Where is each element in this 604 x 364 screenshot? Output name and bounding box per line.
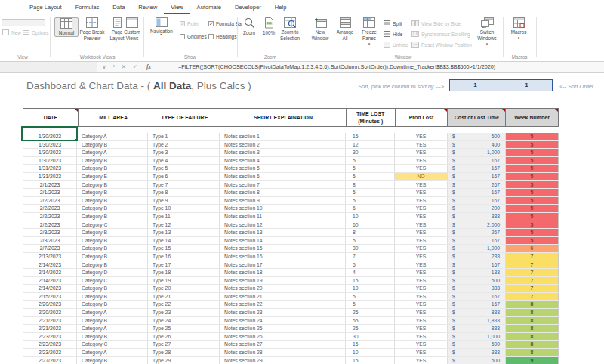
synchronous-scrolling-button[interactable]: Synchronous Scrolling: [411, 31, 470, 37]
header-time-lost[interactable]: TIME LOST(Minutes ): [346, 109, 395, 126]
cell-short-explaination[interactable]: Notes section 22: [220, 301, 346, 308]
split-button[interactable]: Split: [384, 20, 402, 26]
cell-short-explaination[interactable]: Notes section 19: [220, 277, 346, 285]
cell-date[interactable]: 2/21/2023: [23, 317, 77, 325]
cell-type-of-failure[interactable]: Type 12: [148, 221, 220, 229]
cell-mill-area[interactable]: Category B: [77, 245, 148, 252]
cell-short-explaination[interactable]: Notes section 13: [220, 229, 346, 236]
table-row[interactable]: 2/14/2023Category CType 19Notes section …: [23, 277, 559, 285]
table-row[interactable]: 2/21/2023Category BType 24Notes section …: [23, 317, 559, 325]
cell-short-explaination[interactable]: Notes section 28: [220, 349, 346, 356]
table-row[interactable]: 2/14/2023Category BType 17Notes section …: [23, 261, 559, 270]
cell-date[interactable]: 1/30/2023: [23, 141, 77, 149]
table-row[interactable]: 2/23/2023Category AType 28Notes section …: [23, 349, 559, 357]
cell-time-lost[interactable]: 8: [346, 181, 395, 189]
cell-prod-lost[interactable]: YES: [395, 253, 448, 261]
table-row[interactable]: 2/7/2023Category BType 15Notes section 1…: [23, 245, 559, 253]
cell-week-number[interactable]: 8: [506, 301, 559, 308]
cell-type-of-failure[interactable]: Type 27: [148, 341, 220, 348]
cell-week-number[interactable]: 7: [506, 261, 559, 269]
freeze-panes-button[interactable]: Freeze Panes ▾: [358, 17, 381, 45]
cell-week-number[interactable]: 5: [506, 149, 559, 156]
table-row[interactable]: 1/30/2023Category AType 3Notes section 3…: [23, 149, 559, 157]
cell-short-explaination[interactable]: Notes section 18: [220, 269, 346, 276]
cell-mill-area[interactable]: Category C: [77, 277, 148, 285]
cell-date[interactable]: 2/23/2023: [23, 333, 77, 341]
cell-type-of-failure[interactable]: Type 29: [148, 357, 220, 364]
cell-type-of-failure[interactable]: Type 2: [148, 141, 220, 149]
cell-prod-lost[interactable]: YES: [395, 261, 448, 269]
cell-prod-lost[interactable]: YES: [395, 245, 448, 252]
table-row[interactable]: 1/30/2023Category BType 4Notes section 4…: [23, 157, 559, 165]
cell-mill-area[interactable]: Category A: [77, 309, 148, 316]
cell-week-number[interactable]: 7: [506, 277, 559, 285]
cell-week-number[interactable]: 7: [506, 253, 559, 261]
cell-short-explaination[interactable]: Notes section 29: [220, 357, 346, 364]
cell-date[interactable]: 2/14/2023: [23, 277, 77, 285]
cell-date[interactable]: 2/7/2023: [23, 245, 77, 252]
cell-date[interactable]: 1/30/2023: [23, 133, 77, 140]
cell-week-number[interactable]: 9: [506, 357, 559, 364]
view-side-by-side-button[interactable]: View Side by Side: [411, 20, 461, 26]
cell-time-lost[interactable]: 5: [346, 301, 395, 308]
cell-date[interactable]: 2/3/2023: [23, 229, 77, 236]
cell-date[interactable]: 2/3/2023: [23, 237, 77, 245]
cell-short-explaination[interactable]: Notes section 12: [220, 221, 346, 229]
cell-time-lost[interactable]: 10: [346, 349, 395, 356]
cell-type-of-failure[interactable]: Type 14: [148, 237, 220, 245]
cell-week-number[interactable]: 5: [506, 237, 559, 245]
header-type-of-failure[interactable]: TYPE OF FAILURE: [149, 109, 220, 126]
cell-prod-lost[interactable]: NO: [395, 173, 448, 180]
table-row[interactable]: 2/23/2023Category CType 27Notes section …: [23, 341, 559, 349]
cell-cost[interactable]: $500: [448, 357, 506, 364]
table-row[interactable]: 2/2/2023Category BType 11Notes section 1…: [23, 213, 559, 221]
cell-mill-area[interactable]: Category B: [77, 157, 148, 165]
cell-mill-area[interactable]: Category B: [77, 293, 148, 301]
header-date[interactable]: DATE: [23, 109, 78, 126]
gridlines-checkbox[interactable]: Gridlines: [180, 34, 207, 39]
cell-date[interactable]: 2/1/2023: [23, 181, 77, 189]
table-row[interactable]: 2/1/2023Category BType 8Notes section 85…: [23, 189, 559, 197]
cell-time-lost[interactable]: 5: [346, 261, 395, 269]
zoom-100-button[interactable]: 100 100%: [260, 17, 278, 36]
cell-cost[interactable]: $167: [448, 237, 506, 245]
cell-mill-area[interactable]: Category B: [77, 181, 148, 189]
cell-week-number[interactable]: 5: [506, 165, 559, 172]
cell-mill-area[interactable]: Category B: [77, 357, 148, 364]
header-short-explaination[interactable]: SHORT EXPLAINATION: [220, 109, 346, 126]
cell-time-lost[interactable]: 5: [346, 173, 395, 180]
cell-prod-lost[interactable]: YES: [395, 349, 448, 356]
cell-short-explaination[interactable]: Notes section 15: [220, 245, 346, 252]
table-row[interactable]: 2/20/2023Category BType 22Notes section …: [23, 301, 559, 309]
cell-mill-area[interactable]: Category B: [77, 253, 148, 261]
cell-date[interactable]: 1/31/2023: [23, 173, 77, 180]
cell-cost[interactable]: $167: [448, 189, 506, 196]
sheet-view-combobox[interactable]: [2, 19, 45, 26]
cell-mill-area[interactable]: Category B: [77, 333, 148, 341]
ribbon-tab-automate[interactable]: Automate: [190, 0, 229, 14]
cell-mill-area[interactable]: Category A: [77, 133, 148, 140]
cell-week-number[interactable]: 5: [506, 197, 559, 205]
cell-cost[interactable]: $167: [448, 165, 506, 172]
cell-type-of-failure[interactable]: Type 26: [148, 333, 220, 341]
table-row[interactable]: 2/3/2023Category BType 14Notes section 1…: [23, 237, 559, 245]
cell-type-of-failure[interactable]: Type 19: [148, 277, 220, 285]
cell-prod-lost[interactable]: YES: [395, 205, 448, 212]
cell-week-number[interactable]: 5: [506, 229, 559, 236]
cell-type-of-failure[interactable]: Type 7: [148, 181, 220, 189]
ribbon-tab-view[interactable]: View: [164, 0, 190, 14]
table-row[interactable]: 2/14/2023Category BType 20Notes section …: [23, 285, 559, 293]
cell-short-explaination[interactable]: Notes section 4: [220, 157, 346, 165]
cell-week-number[interactable]: 5: [506, 141, 559, 149]
cell-time-lost[interactable]: 4: [346, 269, 395, 276]
cell-type-of-failure[interactable]: Type 10: [148, 205, 220, 212]
header-week-number[interactable]: Week Number: [505, 109, 558, 126]
cell-week-number[interactable]: 5: [506, 205, 559, 212]
unhide-button[interactable]: Unhide: [384, 42, 408, 48]
cell-prod-lost[interactable]: YES: [395, 181, 448, 189]
cell-cost[interactable]: $167: [448, 157, 506, 165]
cell-mill-area[interactable]: Category A: [77, 325, 148, 332]
cell-date[interactable]: 2/14/2023: [23, 285, 77, 292]
cell-type-of-failure[interactable]: Type 25: [148, 325, 220, 332]
cell-date[interactable]: 2/2/2023: [23, 213, 77, 221]
